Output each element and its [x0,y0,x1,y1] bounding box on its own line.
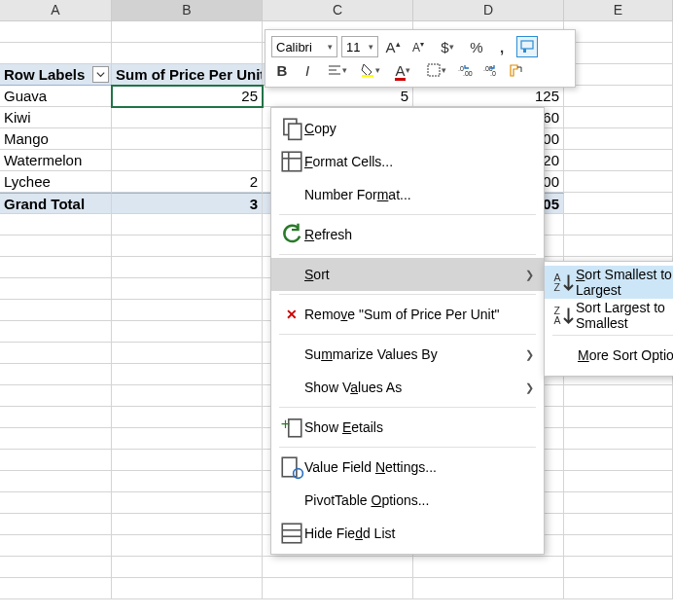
cell[interactable] [0,407,112,428]
cell[interactable] [112,385,263,407]
cell[interactable]: 5 [263,86,413,107]
cell[interactable] [564,21,673,43]
cell[interactable] [112,407,263,428]
cell[interactable] [0,321,112,343]
cell[interactable]: 2 [112,171,263,193]
cell[interactable] [112,557,263,578]
cell[interactable] [0,214,112,236]
cell[interactable] [564,171,673,193]
cell[interactable] [0,514,112,535]
menu-number-format[interactable]: Number Format... [271,178,544,211]
submenu-more-sort-options[interactable]: More Sort Options... [545,339,673,372]
italic-button[interactable]: I [297,59,318,81]
cell[interactable] [112,492,263,514]
cell[interactable] [112,535,263,557]
cell[interactable] [112,514,263,535]
menu-show-values-as[interactable]: Show Values As ❯ [271,371,544,404]
cell[interactable] [564,214,673,236]
cell[interactable] [564,193,673,214]
submenu-sort-largest[interactable]: ZA Sort Largest to Smallest [545,299,673,332]
active-cell[interactable]: 25 [112,86,263,107]
cell[interactable] [0,278,112,300]
pivot-grand-total-label[interactable]: Grand Total [0,193,112,214]
cell[interactable] [564,471,673,492]
cell[interactable] [112,214,263,236]
cell[interactable] [0,43,112,64]
cell[interactable] [0,535,112,557]
menu-summarize-values-by[interactable]: Summarize Values By ❯ [271,338,544,371]
font-size-dropdown[interactable]: 11 ▾ [341,36,378,57]
cell[interactable] [564,236,673,257]
cell[interactable] [564,150,673,171]
font-color-button[interactable]: A ▾ [388,59,417,81]
cell[interactable] [112,300,263,321]
cell[interactable] [0,21,112,43]
cell[interactable] [0,471,112,492]
cell[interactable] [263,557,413,578]
cell[interactable] [564,514,673,535]
cell[interactable]: 125 [413,86,564,107]
cell[interactable] [413,578,564,599]
cell[interactable] [112,236,263,257]
font-name-dropdown[interactable]: Calibri ▾ [271,36,337,57]
cell[interactable] [112,43,263,64]
cell[interactable] [564,535,673,557]
cell[interactable] [564,128,673,150]
cell[interactable] [564,578,673,599]
pivot-rowlabels-header[interactable]: Row Labels [0,64,112,86]
menu-value-field-settings[interactable]: Value Field Nettings... [271,451,544,484]
decrease-decimal-button[interactable]: .00.0 [479,59,501,81]
pivot-row-label[interactable]: Watermelon [0,150,112,171]
pivot-row-label[interactable]: Mango [0,128,112,150]
menu-pivottable-options[interactable]: PivotTable Options... [271,484,544,517]
submenu-sort-smallest[interactable]: AZ Sort Smallest to Largest [545,266,673,299]
menu-hide-field-list[interactable]: Hide Fiedd List [271,517,544,550]
cell[interactable] [263,578,413,599]
cell[interactable] [0,557,112,578]
cell[interactable] [112,21,263,43]
cell[interactable] [112,278,263,300]
cell[interactable] [0,450,112,471]
cell[interactable] [564,492,673,514]
cell[interactable] [112,450,263,471]
menu-remove-field[interactable]: ✕ Remove "Sum of Price Per Unit" [271,298,544,331]
cell[interactable] [564,557,673,578]
pivot-col-b-header[interactable]: Sum of Price Per Unit [112,64,263,86]
col-header-B[interactable]: B [112,0,263,21]
pivot-row-label[interactable]: Kiwi [0,107,112,128]
increase-font-button[interactable]: A▴ [382,36,404,57]
cell[interactable] [0,492,112,514]
col-header-D[interactable]: D [413,0,564,21]
cell[interactable] [112,128,263,150]
format-painter-icon[interactable] [505,59,526,81]
filter-dropdown-button[interactable] [92,66,109,83]
cell[interactable] [0,257,112,278]
pivot-row-label[interactable]: Lychee [0,171,112,193]
cell[interactable] [112,107,263,128]
cell[interactable] [564,450,673,471]
accounting-format-button[interactable]: $ ▾ [433,36,462,57]
cell[interactable] [112,428,263,450]
col-header-E[interactable]: E [564,0,673,21]
pivot-row-label[interactable]: Guava [0,86,112,107]
cell[interactable] [0,343,112,364]
fill-color-button[interactable]: ▾ [355,59,384,81]
percent-format-button[interactable]: % [466,36,487,57]
menu-copy[interactable]: Copy [271,112,544,145]
col-header-A[interactable]: A [0,0,112,21]
cell[interactable] [564,107,673,128]
cell[interactable] [112,578,263,599]
cell[interactable] [564,428,673,450]
format-painter-button[interactable] [516,36,538,57]
menu-format-cells[interactable]: Format Cells... [271,145,544,178]
cell[interactable] [564,86,673,107]
bold-button[interactable]: B [271,59,293,81]
cell[interactable] [112,257,263,278]
col-header-C[interactable]: C [263,0,413,21]
cell[interactable] [0,236,112,257]
align-button[interactable]: ▾ [322,59,351,81]
cell[interactable] [112,321,263,343]
cell[interactable] [0,300,112,321]
cell[interactable] [112,343,263,364]
cell[interactable] [112,364,263,385]
